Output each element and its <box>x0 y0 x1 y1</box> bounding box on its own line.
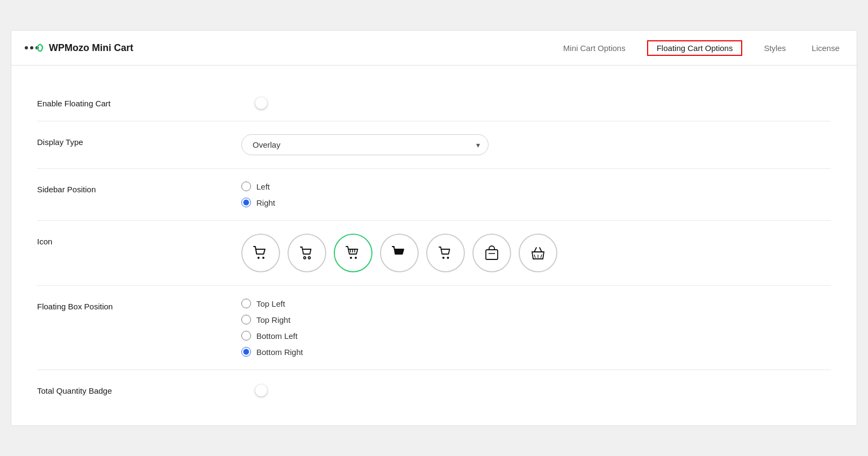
app-container: WPMozo Mini Cart Mini Cart Options Float… <box>11 30 857 426</box>
svg-point-0 <box>25 46 28 49</box>
icon-label: Icon <box>37 234 241 246</box>
svg-point-10 <box>350 257 352 259</box>
app-logo: WPMozo Mini Cart <box>24 42 133 54</box>
enable-floating-cart-control <box>241 96 831 105</box>
display-type-control: Overlay Sidebar Modal ▾ <box>241 134 831 155</box>
nav-mini-cart-options[interactable]: Mini Cart Options <box>559 41 630 55</box>
total-quantity-badge-label: Total Quantity Badge <box>37 383 241 395</box>
sidebar-position-row: Sidebar Position Left Right <box>37 169 831 221</box>
main-nav: Mini Cart Options Floating Cart Options … <box>559 40 844 56</box>
floating-box-position-label: Floating Box Position <box>37 299 241 311</box>
position-bottom-right-label: Bottom Right <box>256 348 303 357</box>
icon-selector <box>241 234 831 272</box>
svg-point-6 <box>309 257 311 259</box>
icon-option-7[interactable] <box>519 234 557 272</box>
enable-floating-cart-label: Enable Floating Cart <box>37 96 241 108</box>
sidebar-position-control: Left Right <box>241 182 831 207</box>
floating-box-position-control: Top Left Top Right Bottom Left Bottom Ri… <box>241 299 831 357</box>
settings-content: Enable Floating Cart Display Type Overla… <box>11 66 857 425</box>
icon-option-4[interactable] <box>380 234 419 272</box>
icon-option-2[interactable] <box>288 234 326 272</box>
svg-point-13 <box>401 257 403 259</box>
app-title: WPMozo Mini Cart <box>49 42 133 54</box>
icon-option-1[interactable] <box>241 234 280 272</box>
sidebar-right-label: Right <box>256 198 275 207</box>
svg-line-21 <box>541 255 542 258</box>
display-type-select-wrapper: Overlay Sidebar Modal ▾ <box>241 134 489 155</box>
svg-point-14 <box>442 257 444 259</box>
icon-option-3[interactable] <box>334 234 372 272</box>
svg-point-15 <box>447 257 449 259</box>
svg-point-12 <box>396 257 398 259</box>
position-top-right-label: Top Right <box>256 315 290 324</box>
nav-styles[interactable]: Styles <box>759 41 790 55</box>
svg-rect-16 <box>486 250 498 259</box>
svg-point-3 <box>257 257 260 259</box>
svg-point-5 <box>304 257 306 259</box>
enable-floating-cart-row: Enable Floating Cart <box>37 83 831 121</box>
position-bottom-left[interactable]: Bottom Left <box>241 331 831 341</box>
position-bottom-left-label: Bottom Left <box>256 331 298 341</box>
position-bottom-right[interactable]: Bottom Right <box>241 347 831 357</box>
total-quantity-badge-control <box>241 383 831 393</box>
sidebar-left-label: Left <box>256 182 270 191</box>
position-top-right[interactable]: Top Right <box>241 315 831 324</box>
display-type-select[interactable]: Overlay Sidebar Modal <box>241 134 489 155</box>
svg-point-4 <box>262 257 264 259</box>
svg-point-11 <box>355 257 357 259</box>
total-quantity-badge-row: Total Quantity Badge <box>37 370 831 408</box>
sidebar-position-label: Sidebar Position <box>37 182 241 194</box>
sidebar-position-left[interactable]: Left <box>241 182 831 191</box>
header: WPMozo Mini Cart Mini Cart Options Float… <box>11 31 857 66</box>
position-top-left[interactable]: Top Left <box>241 299 831 308</box>
display-type-row: Display Type Overlay Sidebar Modal ▾ <box>37 121 831 169</box>
svg-line-19 <box>534 255 535 258</box>
nav-license[interactable]: License <box>807 41 844 55</box>
icon-row: Icon <box>37 221 831 286</box>
display-type-label: Display Type <box>37 134 241 147</box>
sidebar-position-radio-group: Left Right <box>241 182 831 207</box>
nav-floating-cart-options[interactable]: Floating Cart Options <box>647 40 743 56</box>
floating-box-position-radio-group: Top Left Top Right Bottom Left Bottom Ri… <box>241 299 831 357</box>
icon-control <box>241 234 831 272</box>
icon-option-5[interactable] <box>426 234 465 272</box>
logo-icon <box>24 42 44 54</box>
floating-box-position-row: Floating Box Position Top Left Top Right… <box>37 286 831 370</box>
svg-point-1 <box>30 46 33 49</box>
sidebar-position-right[interactable]: Right <box>241 198 831 207</box>
icon-option-6[interactable] <box>472 234 511 272</box>
position-top-left-label: Top Left <box>256 299 285 308</box>
